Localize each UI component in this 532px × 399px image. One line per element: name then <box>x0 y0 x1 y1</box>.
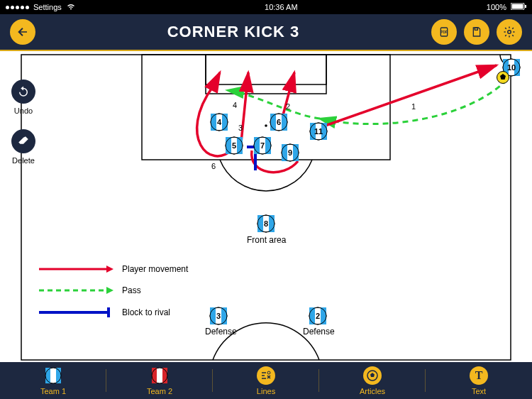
wifi-icon <box>66 3 76 11</box>
battery-pct: 100% <box>487 3 506 11</box>
player-2[interactable]: 2 <box>309 307 327 325</box>
player-9[interactable]: 9 <box>281 143 299 162</box>
settings-label[interactable]: Settings <box>33 3 62 11</box>
team1-tool[interactable]: Team 1 <box>0 362 106 399</box>
bottom-toolbar: Team 1 Team 2 Lines Articles T Text <box>0 362 532 399</box>
player-7[interactable]: 7 <box>253 136 272 155</box>
lines-label: Lines <box>257 387 275 395</box>
legend-movement: Player movement <box>122 264 188 274</box>
svg-line-12 <box>319 65 497 128</box>
text-icon: T <box>470 366 488 385</box>
text-label: Text <box>472 387 486 395</box>
tactics-canvas[interactable]: Undo Delete Player movement Pass Block t… <box>0 50 532 362</box>
delete-tool[interactable]: Delete <box>11 129 35 165</box>
battery-icon <box>511 3 526 11</box>
lines-icon <box>257 366 275 385</box>
ball-icon[interactable] <box>497 71 509 84</box>
path-num-4: 4 <box>233 101 237 109</box>
player-6[interactable]: 6 <box>270 113 288 131</box>
front-area-label: Front area <box>247 235 286 245</box>
legend-block: Block to rival <box>122 307 170 317</box>
delete-label: Delete <box>12 156 35 165</box>
team2-label: Team 2 <box>147 387 172 395</box>
eraser-icon <box>11 129 35 153</box>
svg-rect-10 <box>206 55 326 94</box>
svg-rect-2 <box>525 5 526 8</box>
path-num-1: 1 <box>411 102 416 111</box>
svg-rect-5 <box>475 28 477 30</box>
status-time: 10:36 AM <box>265 3 297 11</box>
legend-pass: Pass <box>122 285 141 295</box>
defense-left-label: Defense <box>205 327 237 337</box>
team1-label: Team 1 <box>40 387 66 395</box>
export-pdf-button[interactable]: PDF <box>431 19 457 45</box>
path-num-2: 2 <box>286 102 290 111</box>
player-8[interactable]: 8 <box>257 214 275 233</box>
save-button[interactable] <box>464 19 489 45</box>
undo-label: Undo <box>14 106 33 115</box>
app-header: CORNER KICK 3 PDF <box>0 14 532 50</box>
path-num-6: 6 <box>211 162 216 170</box>
lines-tool[interactable]: Lines <box>213 362 319 399</box>
player-3[interactable]: 3 <box>209 307 228 325</box>
signal-dots <box>6 6 29 9</box>
articles-tool[interactable]: Articles <box>319 362 426 399</box>
path-num-3: 3 <box>238 124 243 132</box>
back-button[interactable] <box>10 19 35 45</box>
svg-point-71 <box>267 371 270 374</box>
svg-marker-73 <box>370 373 375 377</box>
undo-tool[interactable]: Undo <box>11 80 35 115</box>
undo-icon <box>11 80 35 104</box>
svg-rect-1 <box>512 4 523 9</box>
svg-rect-8 <box>206 55 326 84</box>
player-5[interactable]: 5 <box>225 136 243 155</box>
svg-point-11 <box>265 124 267 127</box>
legend: Player movement Pass Block to rival <box>39 264 188 329</box>
svg-point-6 <box>508 31 511 34</box>
player-4[interactable]: 4 <box>210 113 228 131</box>
svg-text:PDF: PDF <box>440 31 447 34</box>
text-tool[interactable]: T Text <box>426 362 532 399</box>
team1-icon <box>44 366 62 385</box>
articles-icon <box>363 366 382 385</box>
team2-tool[interactable]: Team 2 <box>106 362 213 399</box>
status-bar: Settings 10:36 AM 100% <box>0 0 532 14</box>
page-title: CORNER KICK 3 <box>43 23 424 41</box>
settings-button[interactable] <box>497 19 522 45</box>
defense-right-label: Defense <box>303 327 335 337</box>
articles-label: Articles <box>360 387 385 395</box>
player-11[interactable]: 11 <box>309 122 328 141</box>
team2-icon <box>150 366 169 385</box>
